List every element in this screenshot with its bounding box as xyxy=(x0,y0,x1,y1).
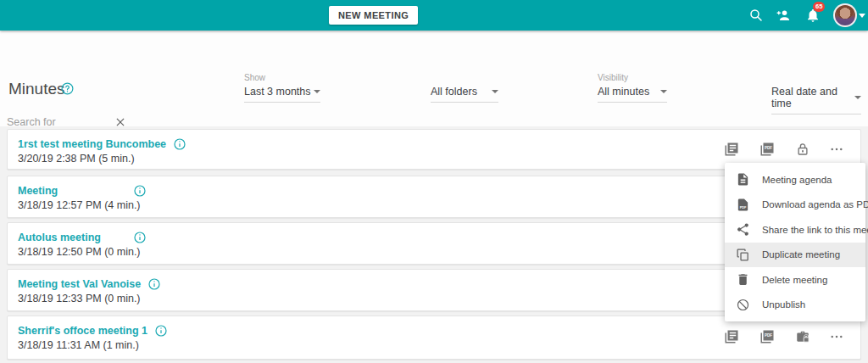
menu-item-unpublish[interactable]: Unpublish xyxy=(725,293,865,318)
meeting-row: Sherrif's offoce meeting 1 3/18/19 11:31… xyxy=(7,316,861,360)
menu-item-share-link[interactable]: Share the link to this meeting xyxy=(725,217,865,243)
meeting-title-link[interactable]: Autolus meeting xyxy=(18,232,126,243)
chevron-down-icon xyxy=(660,90,667,93)
chevron-down-icon xyxy=(492,90,498,93)
menu-item-label: Share the link to this meeting xyxy=(762,225,868,235)
unpublish-icon xyxy=(736,298,750,312)
menu-item-label: Delete meeting xyxy=(762,275,827,285)
page-title: Minutes xyxy=(8,80,65,98)
trash-icon xyxy=(736,272,750,287)
more-options-icon[interactable] xyxy=(829,142,844,157)
caret-down-icon[interactable] xyxy=(859,14,865,18)
meeting-title-link[interactable]: Meeting test Val Vanoise xyxy=(18,278,141,290)
new-meeting-button[interactable]: NEW MEETING xyxy=(329,6,418,25)
folders-filter-select[interactable]: All folders xyxy=(431,84,498,103)
meeting-datetime: 3/18/19 12:33 PM (0 min.) xyxy=(18,293,161,304)
share-icon xyxy=(736,222,750,237)
minutes-copy-icon[interactable] xyxy=(724,142,739,157)
meeting-datetime: 3/20/19 2:38 PM (5 min.) xyxy=(18,153,186,165)
avatar[interactable] xyxy=(833,3,857,27)
header-filter-section: Minutes Show Last 3 months All folders V… xyxy=(0,31,868,126)
briefcase-lock-icon[interactable] xyxy=(795,329,810,344)
svg-text:PDF: PDF xyxy=(765,333,772,338)
date-mode-value: Real date and time xyxy=(771,86,854,109)
duplicate-icon xyxy=(736,248,750,262)
visibility-filter-select[interactable]: All minutes xyxy=(598,84,667,103)
chevron-down-icon xyxy=(854,96,861,99)
document-icon xyxy=(736,172,750,187)
clear-search-icon[interactable] xyxy=(114,116,126,128)
pdf-file-icon: PDF xyxy=(736,198,750,212)
meeting-title-link[interactable]: Sherrif's offoce meeting 1 xyxy=(18,325,147,337)
meeting-title-link[interactable]: 1rst test meeting Buncombee xyxy=(18,138,166,150)
show-filter-label: Show xyxy=(244,73,265,82)
show-filter-value: Last 3 months xyxy=(244,86,311,98)
visibility-filter-value: All minutes xyxy=(598,86,649,98)
meeting-datetime: 3/18/19 12:57 PM (4 min.) xyxy=(18,199,147,211)
notification-badge: 65 xyxy=(813,2,825,12)
menu-item-label: Duplicate meeting xyxy=(762,249,840,260)
minutes-page: NEW MEETING 65 Minutes Show Last 3 month… xyxy=(0,0,868,363)
minutes-copy-icon[interactable] xyxy=(724,329,739,344)
menu-item-duplicate-meeting[interactable]: Duplicate meeting xyxy=(725,243,865,268)
menu-item-label: Unpublish xyxy=(762,299,805,310)
menu-item-download-pdf[interactable]: PDF Download agenda as PDF xyxy=(725,193,865,218)
person-add-icon[interactable] xyxy=(776,8,791,23)
info-icon[interactable] xyxy=(147,277,161,291)
menu-item-meeting-agenda[interactable]: Meeting agenda xyxy=(725,167,865,193)
row-context-menu: Meeting agenda PDF Download agenda as PD… xyxy=(725,163,865,321)
menu-item-label: Download agenda as PDF xyxy=(762,199,868,209)
search-icon[interactable] xyxy=(748,8,764,23)
show-filter-select[interactable]: Last 3 months xyxy=(244,84,320,103)
svg-text:PDF: PDF xyxy=(740,205,747,209)
date-mode-select[interactable]: Real date and time xyxy=(771,84,861,114)
menu-item-delete-meeting[interactable]: Delete meeting xyxy=(725,267,865,293)
more-options-icon[interactable] xyxy=(829,329,844,344)
svg-text:PDF: PDF xyxy=(765,146,772,150)
meeting-title-link[interactable]: Meeting xyxy=(18,185,126,197)
help-circle-icon[interactable] xyxy=(60,81,75,96)
lock-icon[interactable] xyxy=(795,142,810,157)
visibility-filter-label: Visibility xyxy=(598,73,628,82)
meeting-datetime: 3/18/19 12:50 PM (0 min.) xyxy=(18,246,147,258)
app-bar: NEW MEETING 65 xyxy=(0,0,868,31)
pdf-icon[interactable]: PDF xyxy=(760,329,775,344)
info-icon[interactable] xyxy=(173,137,186,151)
menu-item-label: Meeting agenda xyxy=(762,175,832,185)
meeting-datetime: 3/18/19 11:31 AM (1 min.) xyxy=(18,339,168,351)
pdf-icon[interactable]: PDF xyxy=(760,142,775,157)
info-icon[interactable] xyxy=(133,231,147,244)
folders-filter-value: All folders xyxy=(431,86,477,98)
info-icon[interactable] xyxy=(154,324,168,338)
chevron-down-icon xyxy=(314,90,320,93)
info-icon[interactable] xyxy=(133,184,147,198)
